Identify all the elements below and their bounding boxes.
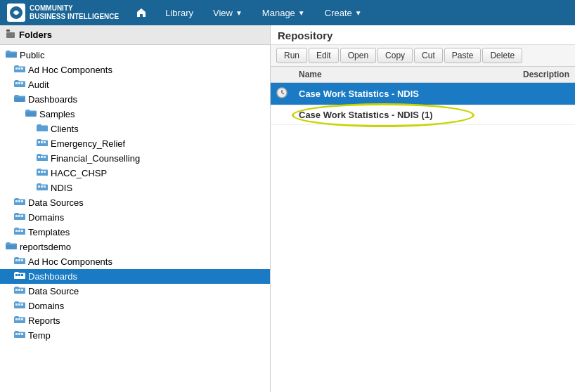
folder-icon-reportsdemo [6, 241, 17, 253]
cut-button[interactable]: Cut [414, 48, 443, 63]
manage-label: Manage [262, 8, 295, 18]
sidebar-header: Folders [0, 25, 270, 45]
sidebar-label-reportsdemo: reportsdemo [20, 242, 71, 252]
open-button[interactable]: Open [340, 48, 376, 63]
sidebar-label-audit: Audit [28, 79, 49, 90]
brand-icon [7, 4, 25, 22]
svg-rect-10 [38, 141, 40, 143]
sidebar-label-rd-dashboards: Dashboards [28, 271, 77, 282]
home-nav-item[interactable] [129, 0, 154, 25]
sidebar-item-rd-dashboards[interactable]: Dashboards [0, 269, 270, 284]
sidebar-item-ndis[interactable]: NDIS [0, 181, 270, 195]
sidebar-item-public[interactable]: Public [0, 48, 270, 63]
paste-button[interactable]: Paste [444, 48, 482, 63]
svg-rect-44 [18, 318, 20, 320]
folder-icon-clients [37, 123, 48, 135]
sidebar-item-adhoc[interactable]: Ad Hoc Components [0, 63, 270, 77]
sidebar-item-datasources[interactable]: Data Sources [0, 195, 270, 210]
sidebar-item-emergency[interactable]: Emergency_Relief [0, 136, 270, 151]
sidebar-label-public: Public [20, 50, 44, 60]
delete-button[interactable]: Delete [482, 48, 522, 63]
svg-rect-26 [18, 215, 20, 217]
folder-icon-audit [14, 79, 25, 91]
view-label: View [213, 8, 233, 18]
clock-cell [276, 87, 293, 100]
library-nav-item[interactable]: Library [157, 0, 202, 25]
sidebar-item-samples[interactable]: Samples [0, 107, 270, 122]
sidebar-label-ndis: NDIS [51, 183, 72, 193]
sidebar-label-emergency: Emergency_Relief [51, 138, 125, 149]
folder-icon-rd-reports [14, 315, 25, 327]
sidebar-item-rd-domains[interactable]: Domains [0, 299, 270, 313]
folder-icon-public [6, 49, 17, 61]
svg-rect-13 [38, 156, 40, 158]
svg-rect-35 [18, 274, 20, 276]
svg-rect-5 [18, 67, 20, 70]
row-name-cell: Case Work Statistics - NDIS [299, 89, 569, 99]
sidebar-label-templates: Templates [28, 227, 70, 237]
svg-rect-45 [21, 318, 23, 320]
library-label: Library [165, 8, 193, 18]
table-header: Name Description [271, 67, 575, 83]
sidebar-item-domains[interactable]: Domains [0, 210, 270, 225]
repository-rows: Case Work Statistics - NDISCase Work Sta… [271, 83, 575, 125]
svg-rect-27 [21, 215, 23, 217]
sidebar-item-clients[interactable]: Clients [0, 122, 270, 136]
sidebar-label-adhoc: Ad Hoc Components [28, 65, 112, 75]
svg-rect-32 [18, 259, 20, 261]
folder-icon-datasources [14, 197, 25, 209]
sidebar-item-templates[interactable]: Templates [0, 225, 270, 240]
main-layout: Folders Public Ad Hoc Components Audit D… [0, 25, 575, 392]
svg-rect-33 [21, 259, 23, 261]
svg-rect-16 [38, 171, 40, 173]
folder-icon-hacc [37, 167, 48, 179]
svg-rect-42 [21, 303, 23, 306]
brand-text: COMMUNITY BUSINESS INTELLIGENCE [30, 4, 119, 21]
sidebar-item-rd-temp[interactable]: Temp [0, 328, 270, 343]
svg-rect-36 [21, 274, 23, 276]
svg-rect-34 [15, 274, 18, 276]
svg-rect-3 [6, 32, 15, 38]
svg-rect-12 [44, 141, 46, 143]
view-nav-item[interactable]: View ▼ [205, 0, 251, 25]
table-row[interactable]: Case Work Statistics - NDIS (1) [271, 105, 575, 125]
sidebar-item-reportsdemo[interactable]: reportsdemo [0, 240, 270, 254]
run-button[interactable]: Run [276, 48, 307, 63]
folder-icon-dashboards [14, 93, 25, 105]
content-panel: Repository RunEditOpenCopyCutPasteDelete… [271, 25, 575, 392]
brand-logo: COMMUNITY BUSINESS INTELLIGENCE [7, 4, 119, 22]
toolbar: RunEditOpenCopyCutPasteDelete [271, 45, 575, 67]
svg-rect-24 [21, 200, 23, 202]
view-arrow-icon: ▼ [235, 9, 243, 17]
svg-rect-8 [18, 82, 20, 84]
copy-button[interactable]: Copy [377, 48, 413, 63]
sidebar-item-financial[interactable]: Financial_Counselling [0, 151, 270, 166]
svg-rect-43 [15, 318, 18, 320]
table-row[interactable]: Case Work Statistics - NDIS [271, 83, 575, 105]
edit-button[interactable]: Edit [309, 48, 339, 63]
folder-tree: Public Ad Hoc Components Audit Dashboard… [0, 45, 270, 346]
create-arrow-icon: ▼ [355, 9, 362, 17]
sidebar-item-rd-reports[interactable]: Reports [0, 313, 270, 328]
sidebar-item-dashboards[interactable]: Dashboards [0, 92, 270, 107]
folder-icon-ndis [37, 182, 48, 194]
svg-rect-14 [41, 156, 43, 158]
folder-icon-adhoc [14, 64, 25, 76]
folder-icon-emergency [37, 138, 48, 150]
folder-icon-financial [37, 152, 48, 164]
create-nav-item[interactable]: Create ▼ [316, 0, 370, 25]
sidebar-label-financial: Financial_Counselling [51, 153, 140, 164]
folder-icon-templates [14, 226, 25, 238]
folder-icon-rd-temp [14, 329, 25, 341]
create-label: Create [325, 8, 352, 18]
sidebar-item-rd-datasource[interactable]: Data Source [0, 284, 270, 299]
manage-nav-item[interactable]: Manage ▼ [254, 0, 314, 25]
sidebar-item-hacc[interactable]: HACC_CHSP [0, 166, 270, 181]
sidebar-item-audit[interactable]: Audit [0, 77, 270, 92]
sidebar-label-samples: Samples [39, 109, 75, 119]
svg-rect-2 [6, 30, 10, 32]
sidebar-item-rd-adhoc[interactable]: Ad Hoc Components [0, 254, 270, 269]
svg-rect-31 [15, 259, 18, 261]
sidebar-label-rd-adhoc: Ad Hoc Components [28, 256, 112, 267]
svg-rect-23 [18, 200, 20, 202]
